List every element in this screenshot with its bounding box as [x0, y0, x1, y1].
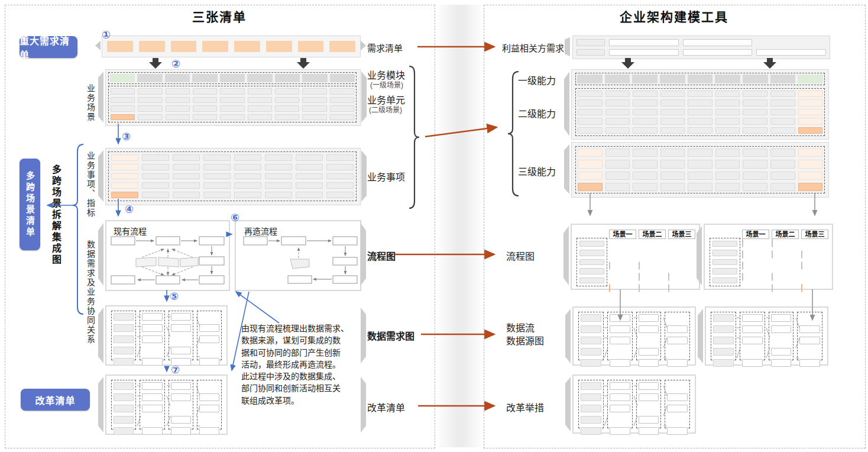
matters-body-grid	[111, 154, 354, 198]
grid-cell	[605, 99, 630, 106]
scenario-left-wrap	[576, 238, 607, 286]
matrix-cell	[142, 313, 162, 321]
grid-cell	[111, 97, 135, 104]
matrix-cell	[610, 382, 630, 390]
grid-cell	[660, 172, 685, 180]
grid-row	[668, 273, 694, 281]
label-stakeholder-needs: 利益相关方需求	[502, 41, 564, 54]
scene-header: 场景三	[668, 230, 695, 239]
scene-header: 场景二	[772, 230, 799, 239]
grid-cell	[265, 192, 292, 198]
grid-cell	[579, 250, 604, 256]
matrix-cell	[610, 359, 630, 367]
grid-cell	[142, 173, 169, 180]
grid-row	[579, 259, 604, 265]
grid-cell	[715, 109, 740, 115]
scenario-col	[668, 239, 694, 292]
matrix-slot-empty	[199, 347, 219, 354]
grid-cell	[605, 160, 630, 168]
panel-gap-shading	[435, 5, 484, 447]
grid-cell	[248, 88, 272, 95]
matrix-cell	[142, 405, 162, 412]
matrix-column	[578, 380, 604, 428]
scene-header-grid	[110, 74, 355, 82]
matrix-cell	[114, 416, 134, 424]
grid-row	[742, 284, 768, 292]
stakeholder-needs-box	[572, 35, 830, 59]
matrix-slot-empty	[199, 313, 219, 321]
grid-cell	[326, 173, 354, 180]
grid-spacer	[609, 273, 610, 281]
grid-cell	[683, 39, 753, 46]
grid-cell	[234, 182, 261, 189]
grid-cell	[712, 259, 737, 265]
chevron-left-icon	[565, 37, 570, 56]
matrix-cell	[171, 416, 191, 424]
matrix-cell	[713, 325, 734, 333]
grid-cell	[247, 74, 272, 82]
matrix-cell	[742, 359, 763, 367]
grid-cell	[798, 160, 823, 168]
grid-spacer	[609, 239, 610, 247]
matrix-column	[169, 311, 193, 360]
grid-cell	[715, 91, 740, 97]
grid-cell	[688, 127, 712, 134]
scene-header: 场景二	[639, 230, 666, 239]
grid-cell	[688, 99, 712, 106]
grid-spacer	[801, 273, 802, 281]
grid-cell	[798, 172, 823, 180]
grid-spacer	[639, 239, 640, 247]
grid-cell	[742, 239, 743, 247]
grid-cell	[660, 160, 685, 168]
grid-cell	[772, 284, 773, 292]
grid-row	[639, 273, 665, 281]
chevron-left-icon	[565, 377, 571, 431]
grid-cell	[302, 88, 326, 95]
grid-cell	[142, 164, 169, 170]
matrix-cell	[639, 382, 659, 390]
grid-spacer	[668, 239, 669, 247]
reform-matrix	[105, 374, 228, 435]
matrix-slot-empty	[142, 347, 162, 354]
grid-spacer	[639, 250, 640, 259]
grid-cell	[298, 41, 324, 52]
scenario-left-wrap	[710, 238, 740, 286]
grid-cell	[111, 88, 135, 95]
grid-cell	[296, 164, 323, 170]
grid-cell	[742, 273, 743, 281]
matrix-slot-empty	[639, 405, 659, 412]
grid-cell	[203, 192, 231, 198]
matrix-cell	[114, 313, 134, 321]
grid-cell	[660, 75, 685, 83]
grid-cell	[137, 74, 162, 82]
grid-row	[578, 91, 822, 97]
reform-measures-matrix	[572, 374, 696, 434]
matrix-cell	[742, 314, 763, 322]
grid-cell	[660, 148, 685, 157]
matrix-slot-empty	[199, 382, 219, 390]
grid-cell	[138, 114, 162, 121]
grid-cell	[712, 277, 737, 283]
grid-cell	[742, 261, 743, 270]
requirements-row-box	[102, 35, 361, 57]
matrix-slot-empty	[667, 314, 688, 322]
grid-cell	[139, 41, 165, 52]
grid-cell	[234, 173, 261, 180]
matrix-column	[169, 380, 193, 430]
grid-cell	[742, 250, 743, 259]
grid-cell	[142, 182, 169, 189]
matrix-cell	[639, 348, 659, 356]
matrix-slot-empty	[667, 348, 688, 356]
matrix-cell	[639, 393, 659, 401]
grid-cell	[770, 75, 796, 83]
label-dataflow-line1: 数据流	[506, 320, 535, 334]
grid-cell	[683, 49, 753, 56]
capability-box-2	[571, 142, 829, 198]
matrix-slot-empty	[771, 337, 792, 344]
grid-row	[772, 273, 798, 281]
grid-cell	[578, 99, 603, 106]
grid-cell	[296, 182, 323, 189]
grid-cell	[633, 109, 658, 115]
label-capability-1: 一级能力	[518, 73, 556, 87]
grid-cell	[107, 41, 133, 52]
